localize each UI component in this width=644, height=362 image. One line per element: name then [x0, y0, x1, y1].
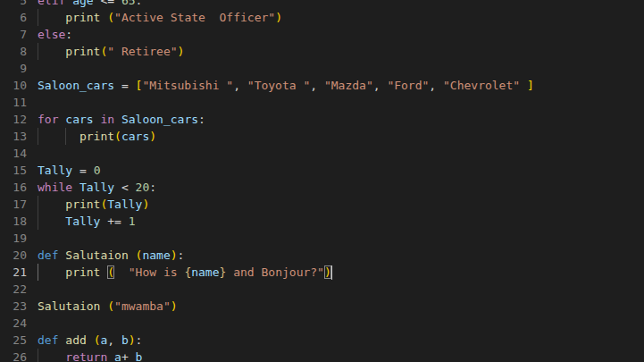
code-line-content: elif age <= 65: [38, 0, 644, 9]
code-token: "Mazda" [324, 79, 373, 92]
indent-guide [38, 196, 38, 213]
code-token: print [65, 11, 100, 24]
indent-guide [38, 213, 38, 230]
code-token: print [65, 45, 100, 58]
code-token: age [72, 0, 93, 7]
code-token: for [38, 113, 58, 126]
code-line[interactable]: 9 [0, 60, 644, 77]
code-line[interactable]: 22 [0, 281, 644, 298]
code-line[interactable]: 11 [0, 94, 644, 111]
indent-guide [38, 264, 38, 281]
code-token [240, 79, 247, 92]
code-token [87, 164, 94, 177]
code-token [38, 350, 65, 362]
code-token: ) [129, 333, 136, 347]
code-token: < [121, 181, 129, 194]
code-token: elif [38, 0, 65, 7]
code-line[interactable]: 19 [0, 230, 644, 247]
code-line[interactable]: 20def Salutaion (name): [0, 247, 644, 264]
line-number: 5 [0, 0, 27, 9]
indent-guide [38, 349, 38, 362]
code-token [65, 0, 72, 7]
code-line[interactable]: 18 Tally += 1 [0, 213, 644, 230]
code-token: += [107, 215, 121, 228]
code-token: print [65, 198, 100, 211]
code-token [129, 79, 136, 92]
code-line[interactable]: 10Saloon_cars = ["Mitsubishi ", "Toyota … [0, 77, 644, 94]
code-line[interactable]: 21 print ( "How is {name} and Bonjour?") [0, 264, 644, 281]
code-line-content: return a+ b [38, 349, 644, 362]
line-number: 21 [0, 264, 27, 281]
code-token: ) [171, 299, 178, 313]
code-token: ( [107, 11, 114, 24]
code-token [129, 248, 136, 262]
code-token: ) [324, 265, 331, 279]
code-token: "mwamba" [114, 299, 171, 313]
text-cursor [331, 265, 332, 280]
code-line[interactable]: 23Salutaion ("mwamba") [0, 298, 644, 315]
line-number: 11 [0, 94, 27, 111]
code-line-content: for cars in Saloon_cars: [38, 111, 644, 128]
code-line[interactable]: 17 print(Tally) [0, 196, 644, 213]
code-line-content [38, 60, 644, 77]
code-lines: 5elif age <= 65:6 print ("Active State O… [0, 0, 644, 362]
code-token: , [233, 79, 240, 92]
line-number: 19 [0, 230, 27, 247]
line-number: 23 [0, 298, 27, 315]
code-token: : [136, 333, 143, 347]
line-number: 14 [0, 145, 27, 162]
code-editor[interactable]: 5elif age <= 65:6 print ("Active State O… [0, 0, 644, 362]
line-number: 24 [0, 315, 27, 332]
code-line-content: Tally = 0 [38, 162, 644, 179]
code-token [114, 79, 121, 92]
code-line[interactable]: 24 [0, 315, 644, 332]
code-token: "Mitsubishi " [142, 79, 233, 92]
code-token: ) [275, 11, 282, 24]
code-line[interactable]: 8 print(" Retiree") [0, 43, 644, 60]
code-line[interactable]: 6 print ("Active State Officer") [0, 9, 644, 26]
line-number: 7 [0, 26, 27, 43]
code-line[interactable]: 7else: [0, 26, 644, 43]
code-token: cars [65, 113, 93, 126]
code-line-content: print(Tally) [38, 196, 644, 213]
code-line[interactable]: 12for cars in Saloon_cars: [0, 111, 644, 128]
code-line[interactable]: 14 [0, 145, 644, 162]
code-token: <= [100, 0, 114, 7]
code-line-content: print(" Retiree") [38, 43, 644, 60]
line-number: 6 [0, 9, 27, 26]
code-line[interactable]: 5elif age <= 65: [0, 0, 644, 9]
code-token: Saloon_cars [38, 79, 114, 92]
code-token [436, 79, 443, 92]
code-token [129, 350, 136, 362]
code-token: return [65, 350, 107, 362]
code-token [114, 181, 121, 194]
line-number: 25 [0, 332, 27, 349]
code-token: a [114, 350, 121, 362]
code-token: else [38, 28, 65, 41]
code-token: + [121, 350, 129, 362]
code-line-content [38, 281, 644, 298]
code-token [38, 45, 65, 58]
code-token: Saloon_cars [121, 113, 198, 126]
code-token: "Active State Officer" [114, 11, 275, 24]
code-token: "How is [129, 265, 185, 279]
code-line[interactable]: 15Tally = 0 [0, 162, 644, 179]
code-token [38, 215, 65, 228]
line-number: 22 [0, 281, 27, 298]
code-token: Tally [107, 198, 142, 211]
code-token [87, 333, 94, 347]
code-line-content: print ( "How is {name} and Bonjour?") [38, 264, 644, 281]
code-line[interactable]: 13 print(cars) [0, 128, 644, 145]
code-token [114, 0, 121, 7]
code-token: name [191, 265, 219, 279]
code-token: " Retiree" [107, 45, 177, 58]
code-line[interactable]: 16while Tally < 20: [0, 179, 644, 196]
code-token: b [121, 333, 129, 347]
code-token: : [136, 0, 143, 7]
line-number: 9 [0, 60, 27, 77]
code-line-content [38, 94, 644, 111]
code-token [317, 79, 324, 92]
code-line[interactable]: 26 return a+ b [0, 349, 644, 362]
code-line[interactable]: 25def add (a, b): [0, 332, 644, 349]
code-line-content [38, 315, 644, 332]
